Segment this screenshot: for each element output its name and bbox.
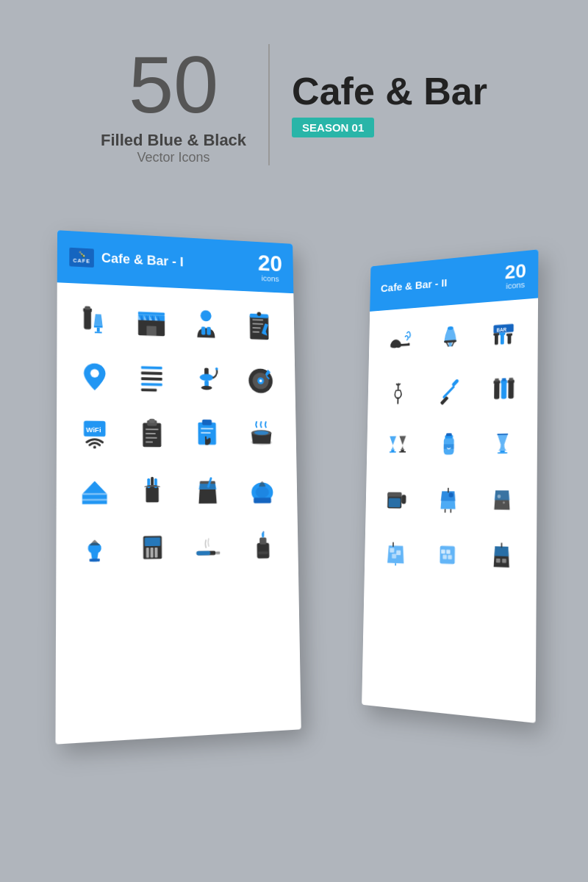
icon-count: 50 <box>129 44 218 125</box>
svg-rect-127 <box>257 543 269 559</box>
style-label: Filled Blue & Black <box>101 131 246 150</box>
svg-rect-7 <box>499 332 505 335</box>
list-item <box>425 420 473 470</box>
svg-rect-45 <box>392 553 396 559</box>
list-item <box>68 522 121 575</box>
list-item <box>126 409 177 459</box>
svg-rect-9 <box>506 333 512 336</box>
svg-rect-81 <box>141 383 162 386</box>
books-container: Cafe & Bar - II 20 icons <box>37 209 551 768</box>
svg-rect-99 <box>146 433 155 434</box>
svg-rect-24 <box>401 450 404 451</box>
svg-rect-49 <box>441 550 445 554</box>
svg-rect-82 <box>141 388 157 391</box>
list-item <box>375 421 422 470</box>
svg-rect-121 <box>146 548 149 558</box>
svg-rect-105 <box>201 432 211 434</box>
svg-rect-128 <box>259 537 266 545</box>
svg-rect-100 <box>146 437 157 439</box>
front-count-label: icons <box>258 273 282 283</box>
svg-rect-19 <box>509 382 514 399</box>
svg-point-84 <box>200 373 214 381</box>
list-item <box>237 465 286 515</box>
list-item <box>376 368 422 418</box>
front-count-number: 20 <box>258 251 283 275</box>
list-item <box>476 474 528 526</box>
list-item <box>373 527 420 578</box>
svg-rect-68 <box>207 327 212 335</box>
svg-rect-23 <box>390 451 396 453</box>
svg-rect-122 <box>150 548 153 558</box>
svg-rect-98 <box>146 429 158 430</box>
book-back-header-left: Cafe & Bar - II <box>381 276 448 293</box>
svg-rect-64 <box>146 326 156 337</box>
cafe-logo: 🍾 CAFE <box>69 248 94 268</box>
svg-rect-4 <box>495 334 498 345</box>
header-right: Cafe & Bar SEASON 01 <box>270 72 487 137</box>
book-back-title: Cafe & Bar - II <box>381 276 448 293</box>
svg-rect-29 <box>444 444 454 449</box>
list-item <box>126 521 177 573</box>
svg-rect-28 <box>446 433 452 436</box>
svg-rect-95 <box>143 423 161 448</box>
svg-rect-25 <box>399 451 406 453</box>
svg-rect-78 <box>141 366 162 370</box>
svg-point-94 <box>93 446 96 449</box>
svg-rect-103 <box>202 420 212 426</box>
svg-rect-13 <box>494 382 499 399</box>
header-section: 50 Filled Blue & Black Vector Icons Cafe… <box>0 0 588 195</box>
list-item <box>237 410 285 459</box>
svg-rect-97 <box>149 419 155 423</box>
svg-rect-53 <box>496 559 501 563</box>
svg-point-86 <box>201 385 212 390</box>
back-count-label: icons <box>505 280 526 290</box>
list-item <box>423 528 472 580</box>
list-item <box>478 362 528 415</box>
svg-rect-56 <box>84 309 91 329</box>
svg-rect-16 <box>501 382 506 399</box>
list-item <box>373 474 420 523</box>
list-item <box>69 295 121 346</box>
list-item <box>424 474 473 525</box>
svg-rect-60 <box>97 328 100 332</box>
list-item <box>68 465 121 516</box>
svg-rect-59 <box>94 326 103 328</box>
header-left: 50 Filled Blue & Black Vector Icons <box>101 44 270 165</box>
list-item <box>182 354 232 404</box>
svg-line-12 <box>444 387 453 397</box>
svg-rect-54 <box>502 559 506 563</box>
svg-rect-101 <box>146 442 153 443</box>
back-count-number: 20 <box>505 261 526 282</box>
svg-rect-50 <box>446 550 451 554</box>
svg-rect-36 <box>389 498 401 508</box>
type-label: Vector Icons <box>137 150 210 165</box>
svg-rect-51 <box>442 555 447 559</box>
svg-rect-8 <box>508 334 512 344</box>
svg-rect-15 <box>495 379 499 381</box>
list-item <box>126 353 176 404</box>
list-item <box>182 300 231 351</box>
list-item <box>426 312 475 363</box>
list-item <box>376 316 423 367</box>
svg-rect-126 <box>216 551 220 554</box>
list-item <box>236 356 284 405</box>
svg-point-87 <box>215 368 218 370</box>
svg-text:BAR: BAR <box>496 326 507 332</box>
back-icon-grid: BAR <box>365 298 539 592</box>
svg-rect-32 <box>498 434 509 435</box>
list-item <box>183 465 233 515</box>
book-front: 🍾 CAFE Cafe & Bar - I 20 icons <box>55 230 301 744</box>
svg-rect-79 <box>141 371 162 375</box>
list-item <box>182 409 232 459</box>
svg-rect-6 <box>501 334 504 345</box>
book-back: Cafe & Bar - II 20 icons <box>362 249 538 723</box>
svg-rect-61 <box>95 331 102 333</box>
svg-rect-80 <box>141 377 162 380</box>
svg-rect-58 <box>85 306 90 310</box>
svg-rect-73 <box>253 331 259 333</box>
list-item <box>236 302 284 352</box>
book-front-count: 20 icons <box>258 251 283 283</box>
svg-rect-123 <box>154 548 157 558</box>
svg-point-42 <box>503 501 505 503</box>
svg-rect-22 <box>391 450 394 451</box>
